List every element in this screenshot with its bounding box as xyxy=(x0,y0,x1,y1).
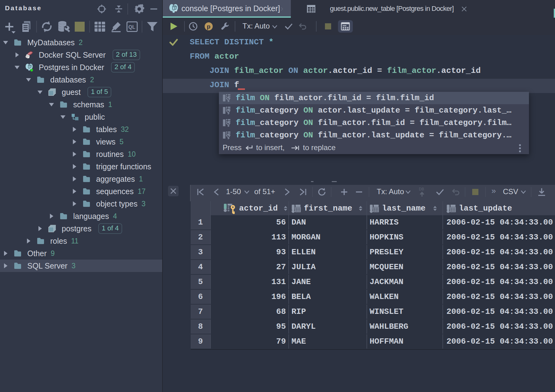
svg-text:DB: DB xyxy=(419,187,424,191)
svg-text:QL: QL xyxy=(128,24,135,30)
svg-text:p: p xyxy=(207,23,211,30)
